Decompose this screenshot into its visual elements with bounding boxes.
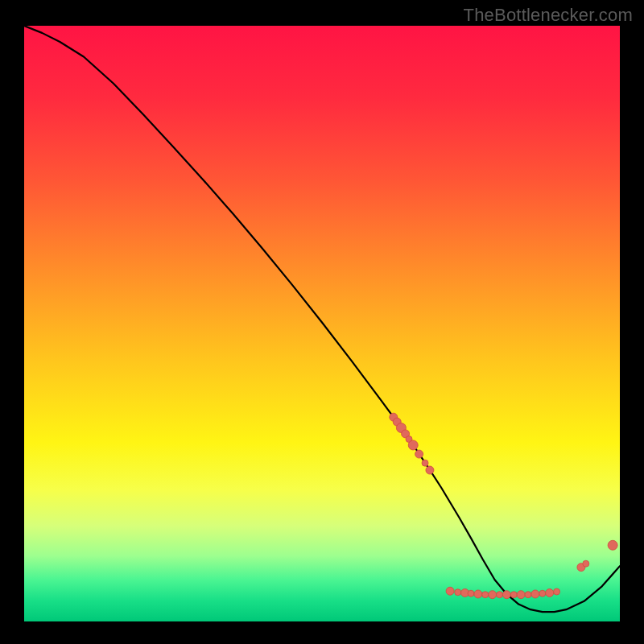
highlight-dot [583, 560, 589, 567]
chart-frame: TheBottlenecker.com [0, 0, 644, 644]
highlight-dot [422, 460, 428, 466]
highlight-dot [525, 592, 531, 598]
highlight-dot [539, 590, 546, 597]
plot-area [24, 26, 620, 621]
highlight-dot [510, 592, 517, 598]
highlight-dot [531, 590, 539, 598]
highlight-dot [482, 592, 489, 598]
highlight-dot [489, 591, 497, 599]
highlight-dot [446, 587, 454, 595]
highlight-dot [608, 540, 617, 550]
highlight-dot [455, 589, 461, 596]
highlight-dot [517, 591, 525, 599]
highlight-dot [554, 588, 560, 595]
highlight-dot [408, 440, 418, 450]
plot-svg [24, 26, 620, 621]
highlight-dot [468, 590, 474, 597]
highlight-dot [546, 588, 554, 597]
highlight-dot [474, 590, 482, 598]
highlight-dot [502, 591, 510, 599]
watermark-text: TheBottlenecker.com [464, 5, 633, 26]
highlight-dot [497, 592, 503, 598]
highlight-dot [415, 450, 423, 458]
highlight-dot [426, 466, 434, 474]
